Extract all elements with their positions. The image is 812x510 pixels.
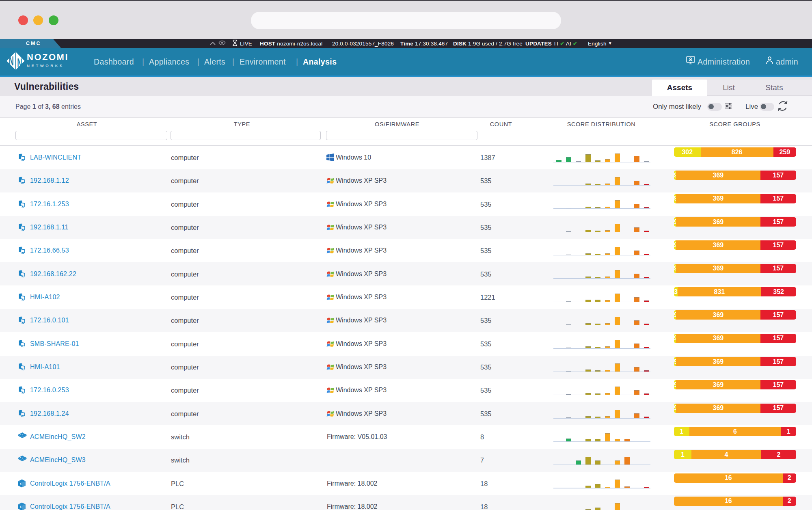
svg-text:N: N	[17, 56, 22, 70]
svg-text:N: N	[9, 54, 14, 68]
